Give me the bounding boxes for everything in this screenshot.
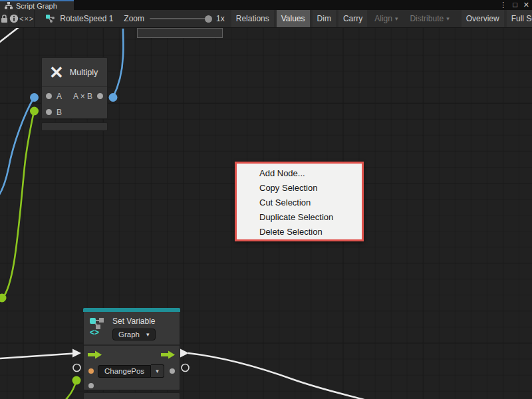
variable-scope-dropdown[interactable]: Graph ▾ [112, 329, 156, 340]
carry-button[interactable]: Carry [338, 10, 367, 27]
script-graph-window: ✕ Multiply A A × B B <> [0, 0, 532, 399]
port-a-input[interactable] [46, 93, 52, 99]
setvar-header[interactable]: <> Set Variable Graph ▾ [84, 312, 180, 346]
setvar-extra-row [84, 379, 180, 392]
zoom-label: Zoom [124, 14, 144, 23]
kebab-menu-icon[interactable]: ⋮ [499, 0, 507, 10]
tab-label: Script Graph [16, 2, 57, 10]
lock-icon [0, 14, 9, 23]
info-icon [9, 14, 19, 23]
chevron-down-icon: ▾ [395, 15, 398, 22]
dim-button[interactable]: Dim [313, 10, 336, 27]
tab-script-graph[interactable]: Script Graph [0, 0, 74, 10]
node-multiply[interactable]: ✕ Multiply A A × B B [41, 57, 108, 119]
multiply-footer [41, 122, 108, 131]
align-button[interactable]: Align▾ [370, 10, 402, 27]
distribute-button[interactable]: Distribute▾ [405, 10, 454, 27]
zoom-value: 1x [216, 14, 225, 23]
value-input-port[interactable] [88, 368, 94, 374]
partial-node-top[interactable] [137, 28, 223, 38]
menu-item-duplicate-selection[interactable]: Duplicate Selection [237, 210, 362, 225]
values-button[interactable]: Values [277, 10, 310, 27]
multiply-row-b: B [42, 105, 107, 119]
variable-name-value: ChangePos [98, 365, 151, 378]
chevron-down-icon: ▾ [146, 331, 150, 338]
multiply-header[interactable]: ✕ Multiply [42, 58, 107, 87]
angle-pair-glyph: <> [90, 328, 99, 336]
zoom-slider[interactable] [150, 18, 211, 19]
node-set-variable[interactable]: <> Set Variable Graph ▾ ChangePos ▾ [83, 309, 180, 390]
info-button[interactable] [9, 10, 19, 27]
port-result-output[interactable] [97, 93, 103, 99]
overview-button[interactable]: Overview [462, 10, 504, 27]
menu-item-delete-selection[interactable]: Delete Selection [237, 225, 362, 239]
scope-value: Graph [118, 331, 140, 338]
menu-item-cut-selection[interactable]: Cut Selection [237, 196, 362, 210]
zoom-slider-knob[interactable] [205, 15, 212, 23]
setvar-title: Set Variable [112, 317, 156, 326]
code-button[interactable]: <×> [19, 10, 35, 27]
breadcrumb-label: RotateSpeed 1 [60, 14, 113, 23]
maximize-icon[interactable]: □ [513, 0, 517, 10]
setvar-variable-row: ChangePos ▾ [84, 363, 180, 379]
extra-input-port[interactable] [88, 383, 94, 388]
port-b-input[interactable] [46, 109, 52, 115]
menu-item-add-node[interactable]: Add Node... [237, 166, 362, 181]
setvar-footer [83, 392, 180, 399]
code-icon: <×> [19, 15, 34, 23]
setvar-flow-row [84, 346, 180, 363]
multiply-row-a: A A × B [42, 89, 107, 103]
full-screen-button[interactable]: Full Screen [507, 10, 532, 27]
graph-toolbar: <×> RotateSpeed 1 Zoom 1x Relations Valu… [0, 10, 532, 28]
tab-strip: Script Graph ⋮ □ ✕ [0, 0, 532, 10]
port-result-label: A × B [73, 92, 92, 101]
zoom-control: Zoom 1x [124, 10, 224, 27]
context-menu: Add Node... Copy Selection Cut Selection… [235, 162, 364, 241]
variable-name-dropdown[interactable]: ChangePos ▾ [98, 364, 164, 378]
breadcrumb[interactable]: RotateSpeed 1 [35, 10, 113, 27]
multiply-x-icon: ✕ [49, 64, 64, 81]
graph-icon [5, 2, 13, 9]
lock-button[interactable] [0, 10, 9, 27]
menu-item-copy-selection[interactable]: Copy Selection [237, 181, 362, 196]
port-a-label: A [57, 92, 62, 101]
relations-button[interactable]: Relations [231, 10, 274, 27]
multiply-title: Multiply [70, 68, 98, 77]
chevron-down-icon: ▾ [446, 15, 450, 22]
chevron-down-icon[interactable]: ▾ [151, 364, 164, 378]
value-output-port[interactable] [170, 368, 175, 374]
variable-node-icon: <> [89, 315, 107, 336]
flow-in-port[interactable] [88, 350, 102, 359]
close-icon[interactable]: ✕ [523, 0, 529, 10]
flow-out-port[interactable] [161, 350, 176, 359]
window-controls: ⋮ □ ✕ [499, 0, 529, 10]
port-b-label: B [57, 108, 62, 117]
node-graph-icon [45, 14, 56, 23]
